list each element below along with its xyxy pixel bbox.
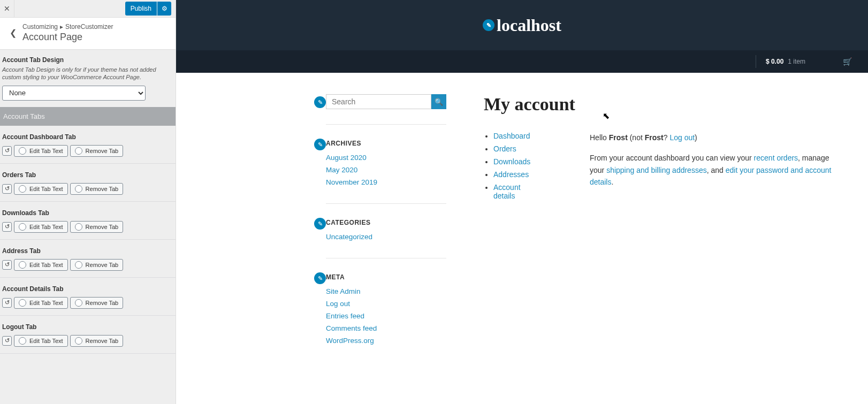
site-title-text: localhost [497,16,561,35]
customizer-topbar: ✕ Publish ⚙ [0,0,176,18]
tab-group-title: Downloads Tab [2,209,173,217]
edit-tab-text-button[interactable]: Edit Tab Text [14,335,68,347]
remove-tab-button[interactable]: Remove Tab [70,145,124,157]
widget-title: CATEGORIES [326,219,370,226]
edit-pencil-icon[interactable]: ✎ [314,272,326,284]
reset-button[interactable]: ↺ [2,146,12,156]
edit-pencil-icon[interactable]: ✎ [314,139,326,150]
reset-button[interactable]: ↺ [2,260,12,270]
widget-link[interactable]: Entries feed [326,312,364,320]
customizer-page-title: Account Page [22,32,113,43]
tab-group-title: Logout Tab [2,323,173,331]
list-item: November 2019 [326,178,446,186]
widget-link[interactable]: May 2020 [326,166,357,174]
breadcrumb-root: Customizing [22,23,58,31]
account-nav-link[interactable]: Account details [493,183,521,200]
list-item: Entries feed [326,312,446,320]
edit-pencil-icon[interactable]: ✎ [483,19,494,31]
tab-config-group: Account Details Tab↺Edit Tab TextRemove … [0,278,176,316]
widget-link[interactable]: Site Admin [326,287,361,295]
shipping-addresses-link[interactable]: shipping and billing addresses [606,166,707,174]
cart-price: $ 0.00 [766,58,783,65]
tab-group-title: Address Tab [2,247,173,255]
edit-pencil-icon[interactable]: ✎ [314,96,326,108]
list-item: May 2020 [326,166,446,174]
meta-widget: ✎ META Site AdminLog outEntries feedComm… [326,273,446,362]
site-header: ✎ localhost [176,0,868,50]
account-nav-item: Account details [493,183,536,200]
logout-link[interactable]: Log out [669,133,695,142]
widget-title: META [326,273,345,281]
reset-button[interactable]: ↺ [2,184,12,194]
remove-tab-button[interactable]: Remove Tab [70,259,124,271]
categories-widget: ✎ CATEGORIES Uncategorized [326,219,446,258]
publish-button[interactable]: Publish [125,2,157,16]
reset-button[interactable]: ↺ [2,222,12,232]
publish-settings-gear-icon[interactable]: ⚙ [157,2,171,16]
archives-widget: ✎ ARCHIVES August 2020May 2020November 2… [326,140,446,204]
list-item: August 2020 [326,154,446,162]
search-icon: 🔍 [435,98,443,106]
edit-tab-text-button[interactable]: Edit Tab Text [14,183,68,195]
list-item: Comments feed [326,324,446,332]
edit-tab-text-button[interactable]: Edit Tab Text [14,145,68,157]
widget-title: ARCHIVES [326,140,361,147]
list-item: Site Admin [326,287,446,295]
reset-button[interactable]: ↺ [2,298,12,308]
cart-item-count: 1 item [788,58,805,65]
close-customizer-button[interactable]: ✕ [0,0,14,18]
section-description: Account Tab Design is only for if your t… [2,66,173,81]
widget-link[interactable]: WordPress.org [326,337,374,345]
page-heading: My account [484,94,836,115]
customizer-breadcrumb-bar: ❮ Customizing ▸ StoreCustomizer Account … [0,18,176,50]
remove-tab-button[interactable]: Remove Tab [70,183,124,195]
customizer-panel: ✕ Publish ⚙ ❮ Customizing ▸ StoreCustomi… [0,0,176,404]
account-nav-link[interactable]: Dashboard [493,132,530,140]
list-item: WordPress.org [326,337,446,345]
widget-link[interactable]: August 2020 [326,154,367,162]
tab-config-group: Logout Tab↺Edit Tab TextRemove Tab [0,316,176,354]
back-button[interactable]: ❮ [7,28,18,38]
tab-config-group: Orders Tab↺Edit Tab TextRemove Tab [0,164,176,202]
account-nav-item: Dashboard [493,132,536,140]
tab-config-group: Account Dashboard Tab↺Edit Tab TextRemov… [0,126,176,164]
tab-group-title: Orders Tab [2,171,173,179]
edit-tab-text-button[interactable]: Edit Tab Text [14,259,68,271]
account-tab-design-section: Account Tab Design Account Tab Design is… [0,50,176,107]
account-nav-item: Downloads [493,157,536,166]
section-title: Account Tab Design [2,56,173,64]
search-input[interactable] [326,94,431,109]
site-subheader: $ 0.00 1 item 🛒 [176,50,868,73]
recent-orders-link[interactable]: recent orders [754,154,798,162]
widget-link[interactable]: Comments feed [326,324,377,332]
remove-tab-button[interactable]: Remove Tab [70,335,124,347]
sidebar-widgets: ✎ 🔍 ✎ ARCHIVES August 2020May 2020Novemb… [326,94,446,377]
edit-pencil-icon[interactable]: ✎ [314,218,326,230]
edit-tab-text-button[interactable]: Edit Tab Text [14,221,68,233]
list-item: Log out [326,300,446,308]
search-button[interactable]: 🔍 [431,94,446,109]
remove-tab-button[interactable]: Remove Tab [70,297,124,309]
tab-group-title: Account Dashboard Tab [2,133,173,141]
site-preview: ✎ localhost $ 0.00 1 item 🛒 ✎ 🔍 [176,0,868,404]
main-content: My account DashboardOrdersDownloadsAddre… [484,94,836,377]
remove-tab-button[interactable]: Remove Tab [70,221,124,233]
widget-link[interactable]: Log out [326,300,350,308]
breadcrumb-separator: ▸ [60,23,63,31]
tab-design-select[interactable]: None [2,86,146,101]
account-nav-link[interactable]: Addresses [493,170,529,179]
account-navigation: DashboardOrdersDownloadsAddressesAccount… [484,132,536,204]
widget-link[interactable]: November 2019 [326,178,377,186]
account-tabs-band: Account Tabs [0,107,176,126]
site-title: ✎ localhost [483,16,561,35]
greeting-text: Hello [590,133,609,142]
widget-link[interactable]: Uncategorized [326,233,372,241]
greeting-username: Frost [609,133,628,142]
divider [756,55,756,68]
reset-button[interactable]: ↺ [2,336,12,346]
account-nav-link[interactable]: Orders [493,144,516,153]
tab-config-group: Downloads Tab↺Edit Tab TextRemove Tab [0,202,176,240]
account-nav-link[interactable]: Downloads [493,157,530,166]
cart-icon[interactable]: 🛒 [843,57,852,66]
edit-tab-text-button[interactable]: Edit Tab Text [14,297,68,309]
